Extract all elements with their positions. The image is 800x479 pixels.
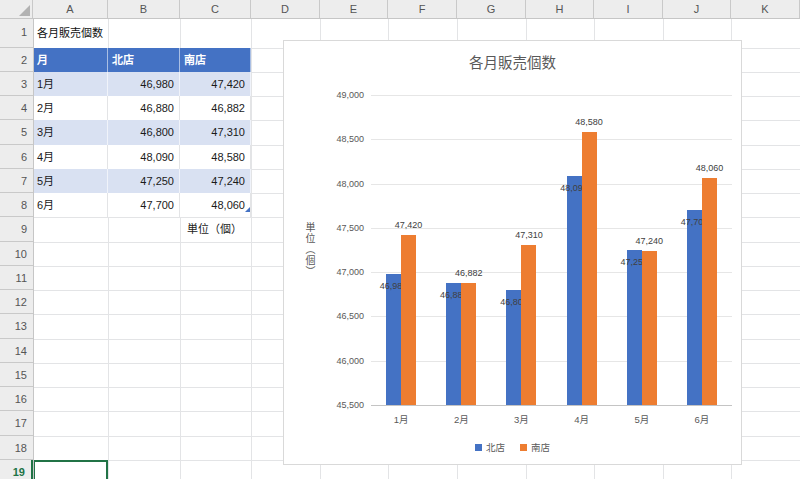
bar-data-label: 46,882: [455, 268, 483, 278]
column-header-b[interactable]: B: [108, 0, 180, 18]
unit-note-cell[interactable]: 単位（個）: [181, 217, 247, 241]
bar-south-2[interactable]: [461, 283, 476, 405]
y-axis-tick-label: 48,000: [304, 179, 364, 189]
row-header-2[interactable]: 2: [0, 48, 33, 72]
column-header-g[interactable]: G: [457, 0, 526, 18]
y-axis-tick-label: 46,500: [304, 311, 364, 321]
column-header-k[interactable]: K: [731, 0, 800, 18]
table-cell[interactable]: 6月: [33, 193, 108, 217]
bar-north-3[interactable]: [506, 290, 521, 405]
row-header-9[interactable]: 9: [0, 217, 33, 241]
select-all-triangle: [19, 5, 30, 16]
row-header-4[interactable]: 4: [0, 96, 33, 120]
row-header-13[interactable]: 13: [0, 314, 33, 338]
table-cell[interactable]: 46,882: [180, 96, 251, 120]
chart-legend[interactable]: 北店南店: [284, 440, 741, 454]
row-header-15[interactable]: 15: [0, 363, 33, 387]
table-cell[interactable]: 1月: [33, 72, 108, 96]
table-cell[interactable]: 3月: [33, 120, 108, 144]
x-axis-category-label: 4月: [574, 412, 589, 426]
table-cell[interactable]: 46,880: [108, 96, 180, 120]
bar-south-3[interactable]: [521, 245, 536, 405]
column-header-e[interactable]: E: [320, 0, 388, 18]
row-header-6[interactable]: 6: [0, 145, 33, 169]
select-all-corner[interactable]: [0, 0, 33, 18]
row-header-8[interactable]: 8: [0, 193, 33, 217]
table-header-cell[interactable]: 月: [33, 48, 108, 72]
table-cell[interactable]: 47,310: [180, 120, 251, 144]
table-cell[interactable]: 47,420: [180, 72, 251, 96]
row-header-strip: 12345678910111213141516171819: [0, 19, 34, 479]
row-header-14[interactable]: 14: [0, 339, 33, 363]
chart-gridline: [371, 95, 732, 96]
bar-south-1[interactable]: [401, 235, 416, 405]
active-cell-outline-a19[interactable]: [33, 460, 108, 479]
chart-gridline: [371, 361, 732, 362]
row-header-18[interactable]: 18: [0, 436, 33, 460]
y-axis-tick-label: 48,500: [304, 134, 364, 144]
x-axis-category-label: 6月: [694, 412, 709, 426]
table-header-cell[interactable]: 南店: [180, 48, 251, 72]
row-header-1[interactable]: 1: [0, 18, 33, 48]
chart-title[interactable]: 各月販売個数: [284, 51, 741, 72]
table-cell[interactable]: 48,060: [180, 193, 251, 217]
legend-swatch: [475, 444, 482, 451]
column-header-strip: ABCDEFGHIJK: [0, 0, 800, 19]
x-axis-category-label: 1月: [394, 412, 409, 426]
column-header-f[interactable]: F: [388, 0, 457, 18]
legend-swatch: [520, 444, 527, 451]
table-cell[interactable]: 2月: [33, 96, 108, 120]
bar-north-4[interactable]: [567, 176, 582, 405]
spreadsheet-window: ABCDEFGHIJK 1234567891011121314151617181…: [0, 0, 800, 479]
table-cell[interactable]: 47,240: [180, 169, 251, 193]
bar-south-6[interactable]: [702, 178, 717, 405]
legend-item[interactable]: 北店: [475, 440, 505, 454]
bar-data-label: 48,580: [575, 117, 603, 127]
table-cell[interactable]: 48,580: [180, 145, 251, 169]
bar-north-2[interactable]: [446, 283, 461, 405]
table-header-cell[interactable]: 北店: [108, 48, 180, 72]
table-cell[interactable]: 5月: [33, 169, 108, 193]
bar-north-1[interactable]: [386, 274, 401, 405]
column-header-j[interactable]: J: [663, 0, 731, 18]
gridline-vertical: [251, 18, 252, 479]
y-axis-tick-label: 45,500: [304, 400, 364, 410]
x-axis-category-label: 3月: [514, 412, 529, 426]
table-cell[interactable]: 48,090: [108, 145, 180, 169]
row-header-3[interactable]: 3: [0, 72, 33, 96]
column-header-c[interactable]: C: [180, 0, 251, 18]
table-cell[interactable]: 46,980: [108, 72, 180, 96]
row-header-19[interactable]: 19: [0, 460, 33, 479]
table-cell[interactable]: 46,800: [108, 120, 180, 144]
row-header-10[interactable]: 10: [0, 242, 33, 266]
row-header-11[interactable]: 11: [0, 266, 33, 290]
row-header-12[interactable]: 12: [0, 290, 33, 314]
bar-north-6[interactable]: [687, 210, 702, 405]
y-axis-tick-label: 47,500: [304, 223, 364, 233]
chart-gridline: [371, 139, 732, 140]
bar-south-5[interactable]: [642, 251, 657, 405]
legend-label: 北店: [486, 440, 505, 454]
table-cell[interactable]: 47,250: [108, 169, 180, 193]
row-header-5[interactable]: 5: [0, 120, 33, 144]
row-header-7[interactable]: 7: [0, 169, 33, 193]
row-header-16[interactable]: 16: [0, 387, 33, 411]
table-cell[interactable]: 47,700: [108, 193, 180, 217]
x-axis-category-label: 2月: [454, 412, 469, 426]
column-header-a[interactable]: A: [33, 0, 108, 18]
embedded-bar-chart[interactable]: 各月販売個数 単位（個） 北店南店 45,50046,00046,50047,0…: [283, 40, 742, 465]
bar-data-label: 48,060: [696, 163, 724, 173]
column-header-i[interactable]: I: [594, 0, 663, 18]
cell-a1[interactable]: 各月販売個数: [37, 18, 103, 47]
y-axis-tick-label: 49,000: [304, 90, 364, 100]
bar-north-5[interactable]: [627, 250, 642, 405]
table-resize-handle[interactable]: [245, 207, 250, 212]
x-axis-line: [371, 405, 732, 406]
row-header-17[interactable]: 17: [0, 411, 33, 435]
column-header-d[interactable]: D: [251, 0, 320, 18]
legend-item[interactable]: 南店: [520, 440, 550, 454]
bar-south-4[interactable]: [582, 132, 597, 405]
bar-data-label: 47,240: [636, 236, 664, 246]
table-cell[interactable]: 4月: [33, 145, 108, 169]
column-header-h[interactable]: H: [526, 0, 594, 18]
